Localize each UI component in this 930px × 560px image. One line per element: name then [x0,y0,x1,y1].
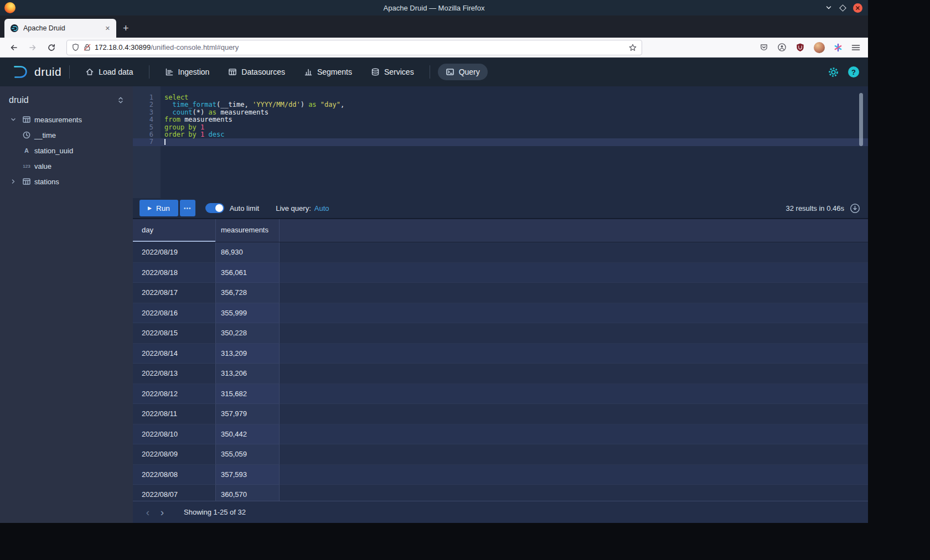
cell-measurements[interactable]: 356,728 [216,283,280,303]
download-icon[interactable] [850,203,860,214]
editor-line[interactable]: 1select [133,94,868,101]
reload-button[interactable] [43,40,60,55]
settings-gear-icon[interactable] [828,66,839,78]
tree-item-station_uuid[interactable]: Astation_uuid [0,143,133,158]
double-caret-icon [116,96,125,105]
prev-page-button[interactable]: ‹ [141,507,155,517]
editor-scrollbar[interactable] [859,93,863,146]
cell-day[interactable]: 2022/08/17 [133,283,216,303]
cell-measurements[interactable]: 86,930 [216,242,280,263]
nav-item-segments[interactable]: Segments [296,64,360,80]
window-maximize-icon[interactable] [839,4,846,12]
cell-day[interactable]: 2022/08/13 [133,364,216,384]
column-header-measurements[interactable]: measurements [216,219,280,242]
new-tab-button[interactable]: + [116,23,136,33]
schema-selector[interactable]: druid [0,92,133,112]
schema-sidebar: druid measurements__timeAstation_uuid123… [0,86,133,523]
cell-measurements[interactable]: 350,228 [216,323,280,344]
menu-button[interactable] [851,44,860,51]
ublock-icon[interactable] [795,43,805,52]
cell-measurements[interactable]: 356,061 [216,263,280,283]
nav-item-load-data[interactable]: Load data [78,64,141,80]
editor-line[interactable]: 2 time_format(__time, 'YYYY/MM/dd') as "… [133,101,868,108]
tab-title: Apache Druid [23,24,99,32]
cell-day[interactable]: 2022/08/08 [133,465,216,485]
auto-limit-label[interactable]: Auto limit [230,204,259,212]
forward-button[interactable] [24,40,41,55]
cell-measurements[interactable]: 355,059 [216,444,280,465]
caret-right-icon[interactable] [8,178,19,185]
cell-measurements[interactable]: 355,999 [216,303,280,324]
pagination-bar: ‹ › Showing 1-25 of 32 [133,501,868,523]
tab-close-icon[interactable]: ✕ [104,24,112,33]
cell-day[interactable]: 2022/08/10 [133,424,216,445]
back-button[interactable] [6,40,22,55]
cell-measurements[interactable]: 313,209 [216,344,280,364]
cell-day[interactable]: 2022/08/18 [133,263,216,283]
cell-day[interactable]: 2022/08/11 [133,404,216,424]
header-filler [280,219,868,242]
cell-day[interactable]: 2022/08/15 [133,323,216,344]
run-bar: ▶ Run ••• Auto limit Live query: Auto 32… [133,198,868,219]
line-number: 5 [133,124,161,131]
cell-measurements[interactable]: 350,442 [216,424,280,445]
table-icon [22,115,32,124]
pocket-icon[interactable] [760,43,768,52]
cell-measurements[interactable]: 357,593 [216,465,280,485]
live-query-value[interactable]: Auto [314,204,329,212]
extension-icon[interactable] [834,43,843,52]
window-close-icon[interactable] [853,3,862,13]
auto-limit-toggle[interactable] [205,203,224,213]
tree-item-stations[interactable]: stations [0,174,133,189]
url-bar[interactable]: 172.18.0.4:30899/unified-console.html#qu… [66,40,642,55]
cell-measurements[interactable]: 315,682 [216,384,280,405]
nav-item-services[interactable]: Services [363,64,422,80]
url-path: /unified-console.html#query [151,43,239,51]
tracking-shield-icon[interactable] [71,43,80,51]
toggle-knob [215,204,223,212]
line-code [161,138,166,146]
druid-logo[interactable]: druid [9,64,61,80]
line-number: 4 [133,116,161,123]
editor-line[interactable]: 7 [133,138,868,146]
editor-line[interactable]: 4from measurements [133,116,868,123]
insecure-lock-icon[interactable] [83,43,91,51]
cell-measurements[interactable]: 313,206 [216,364,280,384]
editor-line[interactable]: 6order by 1 desc [133,131,868,138]
nav-item-label: Load data [99,68,133,76]
window-title: Apache Druid — Mozilla Firefox [0,4,868,12]
run-button[interactable]: ▶ Run [140,200,178,216]
cell-day[interactable]: 2022/08/12 [133,384,216,405]
run-options-button[interactable]: ••• [180,200,195,216]
cell-day[interactable]: 2022/08/16 [133,303,216,324]
druid-nav-primary: Load data [78,64,141,80]
tree-item-measurements[interactable]: measurements [0,112,133,127]
cell-measurements[interactable]: 357,979 [216,404,280,424]
sql-editor[interactable]: 1select2 time_format(__time, 'YYYY/MM/dd… [133,86,868,198]
tree-item-value[interactable]: 123value [0,158,133,174]
tree-item-__time[interactable]: __time [0,127,133,143]
help-icon[interactable]: ? [848,66,859,77]
editor-line[interactable]: 3 count(*) as measurements [133,109,868,116]
column-header-day[interactable]: day [133,219,216,242]
row-filler [280,404,868,424]
line-code: group by 1 [161,124,204,131]
table-row: 2022/08/12315,682 [133,384,868,405]
account-icon[interactable] [777,43,787,52]
editor-line[interactable]: 5group by 1 [133,124,868,131]
next-page-button[interactable]: › [155,507,169,517]
window-shade-icon[interactable] [825,4,833,12]
cell-day[interactable]: 2022/08/14 [133,344,216,364]
bookmark-star-icon[interactable] [628,43,637,52]
profile-avatar[interactable] [814,42,825,53]
druid-nav-views: IngestionDatasourcesSegmentsServices [157,64,422,80]
caret-down-icon[interactable] [8,116,19,123]
cell-day[interactable]: 2022/08/19 [133,242,216,263]
line-code: count(*) as measurements [161,109,268,116]
nav-item-datasources[interactable]: Datasources [220,64,293,80]
nav-item-ingestion[interactable]: Ingestion [157,64,218,80]
nav-item-query[interactable]: Query [438,64,488,80]
cell-day[interactable]: 2022/08/09 [133,444,216,465]
table-row: 2022/08/1986,930 [133,242,868,263]
browser-tab[interactable]: Apache Druid ✕ [4,19,116,38]
